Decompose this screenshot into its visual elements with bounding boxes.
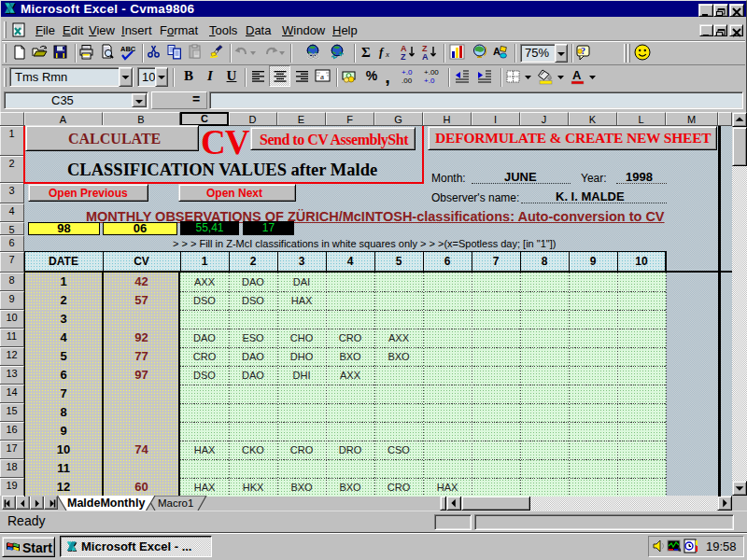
svg-text:Z: Z (401, 52, 406, 61)
svg-text:+.0: +.0 (402, 68, 413, 77)
svg-text:a: a (320, 72, 324, 81)
svg-text:A: A (422, 52, 429, 61)
svg-text:A: A (493, 46, 500, 57)
svg-text:.00: .00 (402, 77, 413, 85)
svg-text:x: x (385, 49, 389, 59)
svg-text:f: f (379, 45, 385, 59)
svg-text:+.0: +.0 (424, 77, 435, 85)
svg-text:+.00: +.00 (424, 68, 439, 77)
svg-text:A: A (572, 68, 582, 82)
svg-text:ABC: ABC (120, 45, 136, 53)
svg-text:Σ: Σ (361, 45, 371, 60)
